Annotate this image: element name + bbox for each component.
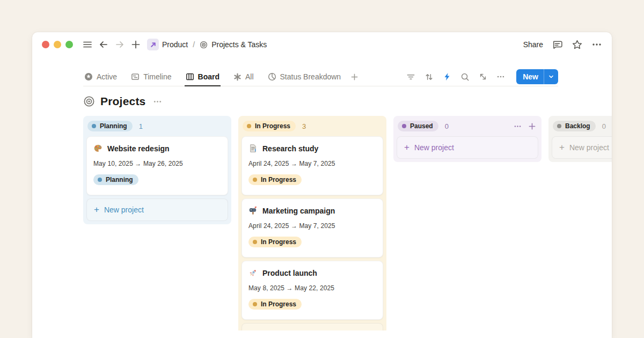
column-header[interactable]: Planning 1 xyxy=(86,119,228,133)
chevron-down-icon[interactable] xyxy=(544,74,558,79)
workspace-logo-icon[interactable] xyxy=(147,39,159,50)
tab-board[interactable]: Board xyxy=(185,68,221,86)
close-window-button[interactable] xyxy=(42,41,49,48)
breadcrumb-separator: / xyxy=(193,40,195,49)
board-column-planning: Planning 1 Website redesign May 10, 2025… xyxy=(83,116,231,224)
status-label: Planning xyxy=(106,176,133,183)
new-project-label: New project xyxy=(259,330,299,330)
column-header-actions xyxy=(514,122,536,130)
view-toolbar: New xyxy=(406,69,558,84)
board-column-backlog: Backlog 0 + New project xyxy=(548,116,612,162)
project-card[interactable]: Product launch May 8, 2025 → May 22, 202… xyxy=(241,261,383,320)
status-badge: Planning xyxy=(87,121,133,131)
pie-chart-icon xyxy=(268,72,276,81)
automation-bolt-icon[interactable] xyxy=(443,72,451,81)
column-header[interactable]: Backlog 0 xyxy=(552,119,612,133)
add-view-plus-icon[interactable] xyxy=(350,73,358,81)
target-icon xyxy=(200,41,208,49)
asterisk-icon xyxy=(233,73,241,81)
status-label: In Progress xyxy=(261,238,296,246)
target-icon xyxy=(83,95,95,107)
board-column-in-progress: In Progress 3 Research study April 24, 2… xyxy=(238,116,386,330)
board-column-paused: Paused 0 + New project xyxy=(393,116,541,162)
status-dot-icon xyxy=(557,124,561,128)
card-date-range: May 10, 2025 → May 26, 2025 xyxy=(93,160,221,167)
card-title: Product launch xyxy=(262,269,317,277)
new-project-button[interactable]: + New project xyxy=(241,323,383,330)
status-dot-icon xyxy=(253,302,257,306)
document-icon xyxy=(248,144,258,153)
column-header[interactable]: In Progress 3 xyxy=(241,119,383,133)
topbar-actions: Share xyxy=(523,39,602,50)
card-status-badge: Planning xyxy=(93,174,138,185)
rocket-icon xyxy=(248,268,258,277)
column-header[interactable]: Paused 0 xyxy=(397,119,538,133)
status-label: In Progress xyxy=(255,122,290,130)
breadcrumb-page[interactable]: Projects & Tasks xyxy=(211,40,267,49)
board-icon xyxy=(186,72,194,81)
breadcrumb-workspace[interactable]: Product xyxy=(162,40,188,49)
window-topbar: Product / Projects & Tasks Share xyxy=(32,32,612,57)
status-dot-icon xyxy=(98,178,102,182)
status-label: Paused xyxy=(410,122,433,130)
project-card[interactable]: Research study April 24, 2025 → May 7, 2… xyxy=(241,136,383,195)
new-project-label: New project xyxy=(569,143,609,152)
title-more-icon[interactable] xyxy=(153,97,162,106)
share-button[interactable]: Share xyxy=(523,40,543,49)
back-arrow-icon[interactable] xyxy=(97,38,111,52)
sort-icon[interactable] xyxy=(425,72,434,82)
tab-all[interactable]: All xyxy=(232,68,255,86)
status-dot-icon xyxy=(402,124,406,128)
card-title: Website redesign xyxy=(107,144,170,153)
tab-timeline[interactable]: Timeline xyxy=(130,68,172,86)
tab-active[interactable]: Active xyxy=(83,68,118,86)
kanban-board: Planning 1 Website redesign May 10, 2025… xyxy=(83,116,612,330)
new-button-label: New xyxy=(516,72,544,81)
new-project-button[interactable]: + New project xyxy=(86,199,228,221)
more-icon[interactable] xyxy=(496,72,505,81)
card-date-range: May 8, 2025 → May 22, 2025 xyxy=(248,284,376,292)
tab-status-breakdown[interactable]: Status Breakdown xyxy=(267,68,342,86)
minimize-window-button[interactable] xyxy=(54,41,61,48)
column-more-icon[interactable] xyxy=(514,122,522,130)
new-project-button[interactable]: + New project xyxy=(552,136,612,159)
app-window: Product / Projects & Tasks Share xyxy=(32,32,612,338)
comment-icon[interactable] xyxy=(552,39,563,50)
expand-icon[interactable] xyxy=(479,72,487,81)
page-title: Projects xyxy=(100,95,145,108)
plus-icon: + xyxy=(249,329,254,330)
card-status-badge: In Progress xyxy=(248,299,302,310)
status-label: In Progress xyxy=(261,300,296,308)
search-icon[interactable] xyxy=(460,72,470,82)
new-tab-plus-icon[interactable] xyxy=(129,38,143,52)
filter-icon[interactable] xyxy=(406,72,415,82)
menu-icon[interactable] xyxy=(80,38,94,52)
card-date-range: April 24, 2025 → May 7, 2025 xyxy=(248,222,376,230)
status-label: Planning xyxy=(100,122,127,130)
card-status-badge: In Progress xyxy=(248,174,302,185)
card-title: Research study xyxy=(262,144,318,153)
project-card[interactable]: Website redesign May 10, 2025 → May 26, … xyxy=(86,136,228,195)
column-cards: Research study April 24, 2025 → May 7, 2… xyxy=(241,136,383,320)
status-label: Backlog xyxy=(565,122,590,130)
status-badge: Paused xyxy=(398,121,438,131)
forward-arrow-icon[interactable] xyxy=(113,38,127,52)
plus-icon: + xyxy=(559,143,565,152)
zoom-window-button[interactable] xyxy=(65,41,73,48)
status-dot-icon xyxy=(253,240,257,244)
favorite-star-icon[interactable] xyxy=(572,39,583,50)
card-status-badge: In Progress xyxy=(248,237,302,247)
project-card[interactable]: Marketing campaign April 24, 2025 → May … xyxy=(241,199,383,258)
tab-label: Board xyxy=(198,72,219,81)
tab-label: Status Breakdown xyxy=(280,72,341,81)
more-icon[interactable] xyxy=(591,39,602,50)
add-card-plus-icon[interactable] xyxy=(528,122,536,130)
tab-label: Active xyxy=(97,72,117,81)
status-badge: In Progress xyxy=(243,121,296,131)
column-count: 0 xyxy=(445,122,449,130)
status-badge: Backlog xyxy=(553,121,596,131)
new-button[interactable]: New xyxy=(516,69,558,84)
breadcrumb: Product / Projects & Tasks xyxy=(162,40,267,49)
new-project-button[interactable]: + New project xyxy=(397,136,538,159)
card-date-range: April 24, 2025 → May 7, 2025 xyxy=(248,160,376,167)
